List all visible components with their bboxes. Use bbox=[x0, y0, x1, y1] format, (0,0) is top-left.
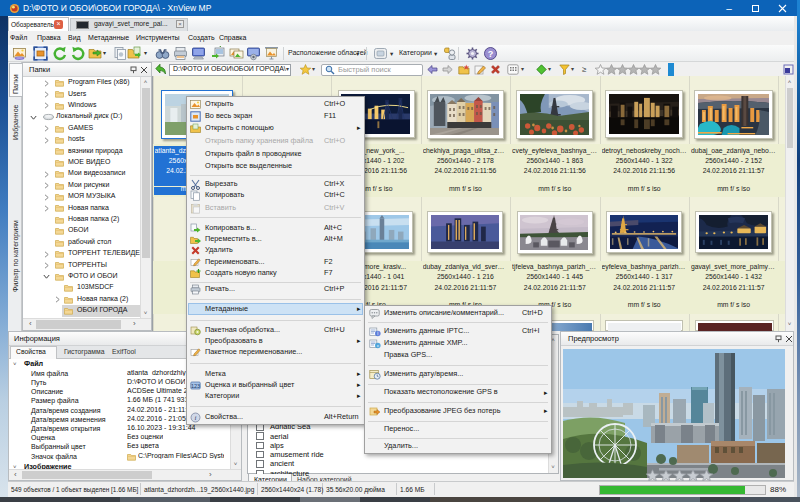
svg-text:123: 123 bbox=[190, 382, 199, 388]
svg-text:i: i bbox=[377, 331, 378, 336]
svg-text:x: x bbox=[377, 343, 379, 348]
svg-text:i: i bbox=[194, 414, 196, 422]
svg-text:?: ? bbox=[488, 49, 494, 59]
